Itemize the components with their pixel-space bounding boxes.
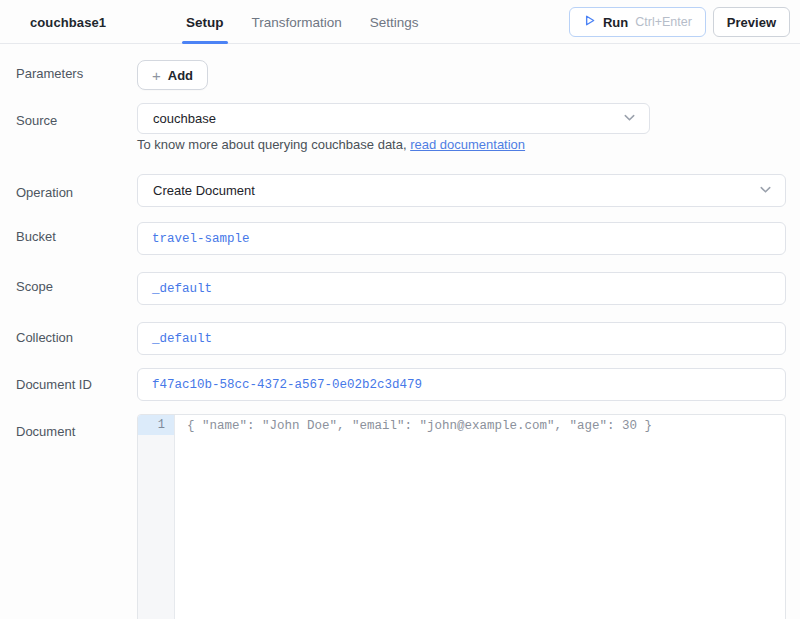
add-parameter-button[interactable]: + Add bbox=[137, 60, 208, 90]
bucket-value: travel-sample bbox=[152, 232, 250, 246]
tab-settings[interactable]: Settings bbox=[370, 0, 419, 44]
source-select[interactable]: couchbase bbox=[137, 103, 650, 134]
document-json-value: { "name": "John Doe", "email": "john@exa… bbox=[187, 417, 785, 435]
scope-label: Scope bbox=[16, 279, 131, 294]
query-name: couchbase1 bbox=[30, 0, 106, 44]
read-documentation-link[interactable]: read documentation bbox=[410, 137, 525, 152]
source-label: Source bbox=[16, 113, 131, 128]
add-label: Add bbox=[168, 68, 193, 83]
tab-transformation-label: Transformation bbox=[252, 15, 342, 30]
document-id-value: f47ac10b-58cc-4372-a567-0e02b2c3d479 bbox=[152, 378, 422, 392]
scope-input[interactable]: _default bbox=[137, 272, 786, 305]
tab-bar: Setup Transformation Settings bbox=[186, 0, 419, 44]
line-number: 1 bbox=[138, 415, 174, 435]
editor-gutter: 1 bbox=[138, 415, 175, 619]
operation-value: Create Document bbox=[153, 183, 255, 198]
play-icon bbox=[583, 14, 596, 30]
help-prefix: To know more about querying couchbase da… bbox=[137, 137, 410, 152]
bucket-input[interactable]: travel-sample bbox=[137, 222, 786, 255]
collection-input[interactable]: _default bbox=[137, 322, 786, 355]
run-button[interactable]: Run Ctrl+Enter bbox=[569, 7, 706, 37]
operation-select[interactable]: Create Document bbox=[137, 174, 786, 207]
document-code-editor[interactable]: 1 { "name": "John Doe", "email": "john@e… bbox=[137, 414, 786, 619]
document-id-label: Document ID bbox=[16, 377, 131, 392]
collection-value: _default bbox=[152, 332, 212, 346]
run-shortcut: Ctrl+Enter bbox=[635, 15, 692, 29]
parameters-label: Parameters bbox=[16, 66, 131, 81]
editor-code-area[interactable]: { "name": "John Doe", "email": "john@exa… bbox=[175, 415, 785, 619]
document-label: Document bbox=[16, 424, 131, 439]
plus-icon: + bbox=[152, 68, 161, 83]
tab-setup-label: Setup bbox=[186, 15, 224, 30]
tab-setup[interactable]: Setup bbox=[186, 0, 224, 44]
bucket-label: Bucket bbox=[16, 229, 131, 244]
tab-transformation[interactable]: Transformation bbox=[252, 0, 342, 44]
collection-label: Collection bbox=[16, 330, 131, 345]
query-header: couchbase1 Setup Transformation Settings… bbox=[0, 0, 800, 44]
document-id-input[interactable]: f47ac10b-58cc-4372-a567-0e02b2c3d479 bbox=[137, 368, 786, 401]
chevron-down-icon bbox=[758, 182, 773, 200]
chevron-down-icon bbox=[622, 110, 637, 128]
source-value: couchbase bbox=[153, 111, 216, 126]
operation-label: Operation bbox=[16, 185, 131, 200]
header-actions: Run Ctrl+Enter Preview bbox=[569, 7, 790, 37]
run-label: Run bbox=[603, 15, 628, 30]
tab-settings-label: Settings bbox=[370, 15, 419, 30]
source-help-text: To know more about querying couchbase da… bbox=[137, 137, 525, 152]
preview-button[interactable]: Preview bbox=[713, 7, 790, 37]
scope-value: _default bbox=[152, 282, 212, 296]
